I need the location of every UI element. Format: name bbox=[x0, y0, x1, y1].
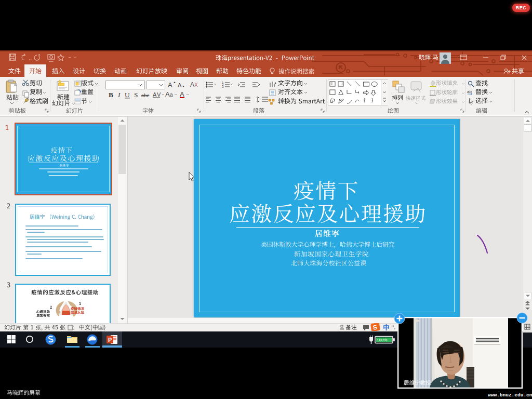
svg-text:S: S bbox=[134, 91, 138, 99]
svg-text:V: V bbox=[157, 91, 161, 98]
svg-text:U: U bbox=[125, 91, 130, 99]
svg-text:3: 3 bbox=[222, 85, 224, 88]
svg-text:A: A bbox=[168, 81, 172, 89]
svg-text:a: a bbox=[170, 92, 173, 98]
svg-text:100%: 100% bbox=[377, 338, 387, 342]
svg-text:A: A bbox=[165, 90, 170, 98]
svg-text:A: A bbox=[153, 91, 157, 98]
svg-text:A: A bbox=[190, 81, 194, 88]
svg-text:A: A bbox=[180, 90, 184, 98]
svg-text:abc: abc bbox=[141, 92, 149, 98]
svg-text:A: A bbox=[178, 82, 182, 88]
svg-text:P: P bbox=[108, 337, 112, 343]
svg-text:I: I bbox=[117, 91, 121, 99]
svg-text:B: B bbox=[109, 91, 113, 99]
